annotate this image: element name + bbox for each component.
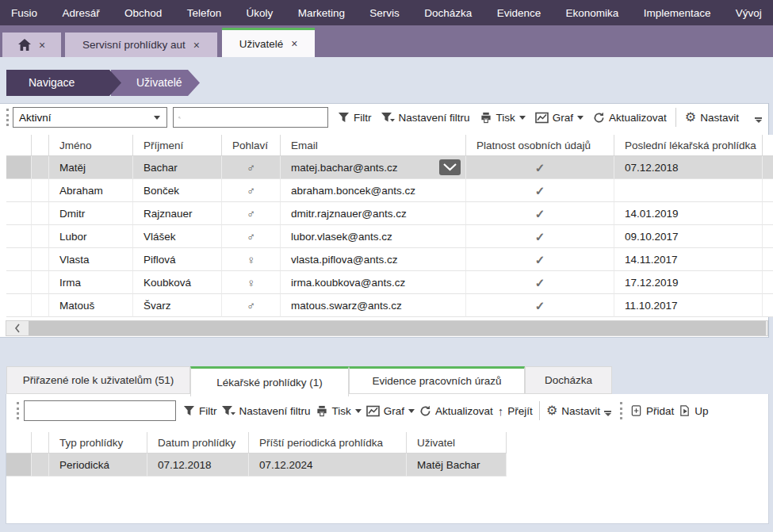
tab-evidence-urazu[interactable]: Evidence pracovních úrazů [349,366,525,394]
menu-item-adresar[interactable]: Adresář [62,7,99,19]
close-icon[interactable]: × [291,38,297,49]
refresh-button[interactable]: Aktualizovat [588,112,672,124]
cell-email[interactable]: matej.bachar@ants.cz [281,156,466,179]
toolbar-overflow-button[interactable] [755,117,762,123]
filter-preset-dropdown[interactable]: Aktivní [13,107,167,128]
column-header-typ[interactable]: Typ prohlídky [49,432,147,454]
column-header-jmeno[interactable]: Jméno [49,135,133,156]
filter-settings-button[interactable]: Nastavení filtru [220,405,313,417]
table-row[interactable]: Periodická 07.12.2018 07.12.2024 Matěj B… [0,454,769,477]
chart-button[interactable]: Graf [364,405,417,417]
cell-email[interactable]: vlasta.piflova@ants.cz [281,248,466,271]
send-mail-icon[interactable] [439,159,461,175]
menu-item-servis[interactable]: Servis [369,7,400,19]
search-field[interactable] [173,107,328,128]
menu-item-vyvoj[interactable]: Vývoj [736,7,762,19]
tab-lekarske-prohlidky[interactable]: Lékařské prohlídky (1) [190,366,349,396]
breadcrumb-uzivatele[interactable]: Uživatelé [111,70,200,96]
search-input[interactable] [29,401,176,420]
table-row[interactable]: Vlasta Piflová ♀ vlasta.piflova@ants.cz … [0,248,773,271]
row-selector-cell[interactable] [6,294,32,317]
chart-button[interactable]: Graf [530,112,588,124]
column-header-prijmeni[interactable]: Příjmení [133,135,222,156]
cell-first-name[interactable]: Irma [49,271,133,294]
cell-first-name[interactable]: Dmitr [49,202,133,225]
table-row[interactable]: Lubor Vlášek ♂ lubor.vlasek@ants.cz ✓ 09… [0,225,773,248]
row-selector-cell[interactable] [6,179,32,202]
column-header-posledni[interactable]: Poslední lékařská prohlídka [614,135,763,156]
column-header-uzivatel[interactable]: Uživatel [407,432,507,454]
tab-home[interactable]: × [2,33,61,57]
close-icon[interactable]: × [39,40,45,51]
cell-last-checkup[interactable] [614,179,763,202]
tab-prirazene-role[interactable]: Přiřazené role k uživatelům (51) [6,366,190,394]
cell-next-checkup[interactable]: 07.12.2024 [249,454,407,477]
chevron-down-icon[interactable] [519,116,526,120]
edit-button[interactable]: Up [676,404,710,417]
search-input[interactable] [181,108,327,127]
toolbar-overflow-button[interactable] [604,411,611,416]
chevron-down-icon[interactable] [408,409,415,413]
cell-last-name[interactable]: Švarz [133,294,222,317]
toolbar-grip[interactable] [17,402,19,419]
cell-email[interactable]: dmitr.rajznauer@ants.cz [281,202,466,225]
menu-item-telefon[interactable]: Telefon [187,7,222,19]
cell-last-checkup[interactable]: 07.12.2018 [614,156,763,179]
row-selector-cell[interactable] [6,202,32,225]
close-icon[interactable]: × [193,40,200,51]
cell-email[interactable]: abraham.boncek@ants.cz [281,179,466,202]
chevron-down-icon[interactable] [577,116,584,120]
filter-button[interactable]: Filtr [333,112,377,124]
row-selector-cell[interactable] [6,225,32,248]
cell-last-name[interactable]: Bachar [133,156,222,179]
column-header-datum[interactable]: Datum prohlídky [147,432,249,454]
cell-last-name[interactable]: Piflová [133,248,222,271]
menu-item-ekonomika[interactable]: Ekonomika [566,7,619,19]
cell-first-name[interactable]: Lubor [49,225,133,248]
refresh-button[interactable]: Aktualizovat [417,405,496,417]
tab-servisni-prohlidky[interactable]: Servisní prohlídky aut × [65,33,217,57]
scroll-left-button[interactable] [6,321,29,335]
chevron-down-icon[interactable] [355,409,362,413]
table-row[interactable]: Irma Koubková ♀ irma.koubkova@ants.cz ✓ … [0,271,773,294]
menu-item-ukoly[interactable]: Úkoly [247,7,274,19]
menu-item-obchod[interactable]: Obchod [124,7,162,19]
cell-first-name[interactable]: Matěj [49,156,133,179]
table-row[interactable]: Matouš Švarz ♂ matous.swarz@ants.cz ✓ 11… [0,294,773,317]
tab-dochazka[interactable]: Docházka [525,366,612,394]
cell-last-checkup[interactable]: 11.10.2017 [614,294,763,317]
cell-email[interactable]: lubor.vlasek@ants.cz [281,225,466,248]
row-selector-cell[interactable] [6,271,32,294]
cell-first-name[interactable]: Abraham [49,179,133,202]
menu-item-evidence[interactable]: Evidence [497,7,541,19]
settings-button[interactable]: ⚙ Nastavit [544,404,603,417]
tab-uzivatele[interactable]: Uživatelé × [222,28,315,57]
table-row[interactable]: Abraham Bonček ♂ abraham.boncek@ants.cz … [0,179,773,202]
row-selector-cell[interactable] [6,248,32,271]
menu-item-implementace[interactable]: Implementace [644,7,711,19]
column-header-pristi[interactable]: Příští periodická prohlídka [249,432,407,454]
cell-checkup-type[interactable]: Periodická [49,454,147,477]
toolbar-grip[interactable] [620,402,622,419]
row-selector-cell[interactable] [6,156,32,179]
cell-last-checkup[interactable]: 14.11.2017 [614,248,763,271]
cell-last-name[interactable]: Vlášek [133,225,222,248]
menu-item-dochazka[interactable]: Docházka [424,7,472,19]
add-button[interactable]: Přidat [628,404,676,417]
print-button[interactable]: Tisk [475,112,530,124]
cell-checkup-date[interactable]: 07.12.2018 [147,454,249,477]
cell-last-checkup[interactable]: 09.10.2017 [614,225,763,248]
cell-last-name[interactable]: Koubková [133,271,222,294]
filter-settings-button[interactable]: Nastavení filtru [377,112,475,124]
cell-user[interactable]: Matěj Bachar [407,454,507,477]
filter-button[interactable]: Filtr [181,405,220,417]
cell-last-name[interactable]: Bonček [133,179,222,202]
menu-item-fusio[interactable]: Fusio [11,7,37,19]
breadcrumb-navigace[interactable]: Navigace [6,70,121,96]
cell-email[interactable]: matous.swarz@ants.cz [281,294,466,317]
search-field[interactable] [24,400,176,421]
cell-first-name[interactable]: Vlasta [49,248,133,271]
column-header-pohlavi[interactable]: Pohlaví [222,135,281,156]
cell-last-name[interactable]: Rajznauer [133,202,222,225]
menu-item-marketing[interactable]: Marketing [298,7,345,19]
